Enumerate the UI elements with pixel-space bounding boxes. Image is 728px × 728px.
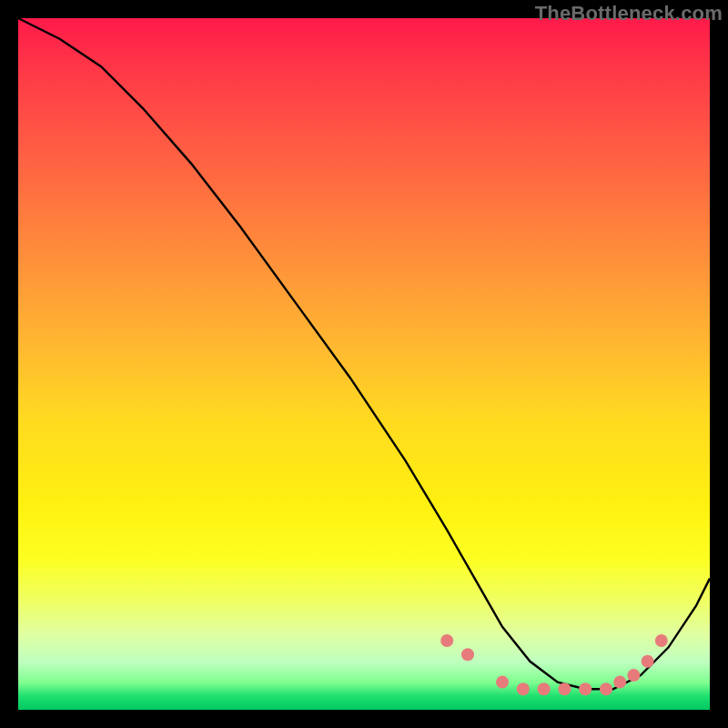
bottleneck-curve (18, 18, 710, 689)
marker-dot (613, 676, 626, 689)
marker-dot (600, 682, 612, 695)
marker-dot (558, 682, 571, 695)
chart-svg (18, 18, 710, 710)
marker-dots (440, 634, 668, 695)
watermark-text: TheBottleneck.com (535, 2, 723, 25)
marker-dot (642, 655, 654, 668)
marker-dot (461, 648, 474, 661)
marker-dot (627, 669, 640, 682)
marker-dot (517, 682, 530, 695)
marker-dot (496, 676, 509, 689)
chart-frame: TheBottleneck.com (0, 0, 728, 728)
marker-dot (579, 682, 592, 695)
marker-dot (440, 634, 453, 647)
marker-dot (655, 634, 668, 647)
marker-dot (538, 682, 551, 695)
